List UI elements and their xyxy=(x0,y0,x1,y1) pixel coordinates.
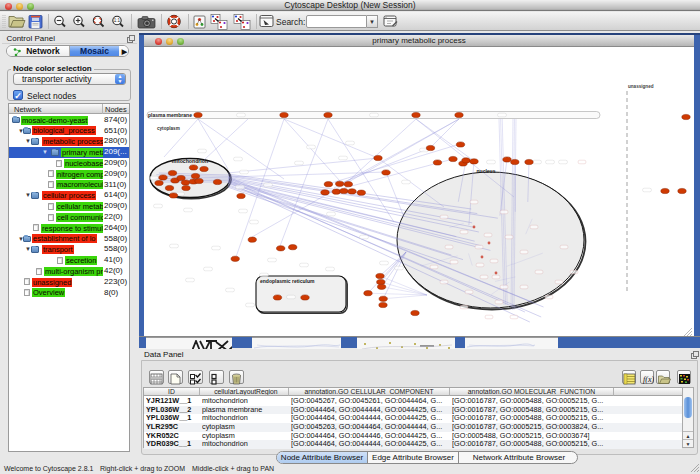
svg-text:mitochondrion: mitochondrion xyxy=(172,158,208,164)
svg-text:unassigned: unassigned xyxy=(628,84,654,89)
svg-text:f(x): f(x) xyxy=(643,375,654,384)
svg-text:nucleus: nucleus xyxy=(477,168,496,174)
svg-text:1:1: 1:1 xyxy=(114,18,121,23)
svg-text:endoplasmic reticulum: endoplasmic reticulum xyxy=(260,278,315,284)
svg-text:plasma membrane: plasma membrane xyxy=(148,112,192,118)
svg-text:cytoplasm: cytoplasm xyxy=(157,126,180,131)
